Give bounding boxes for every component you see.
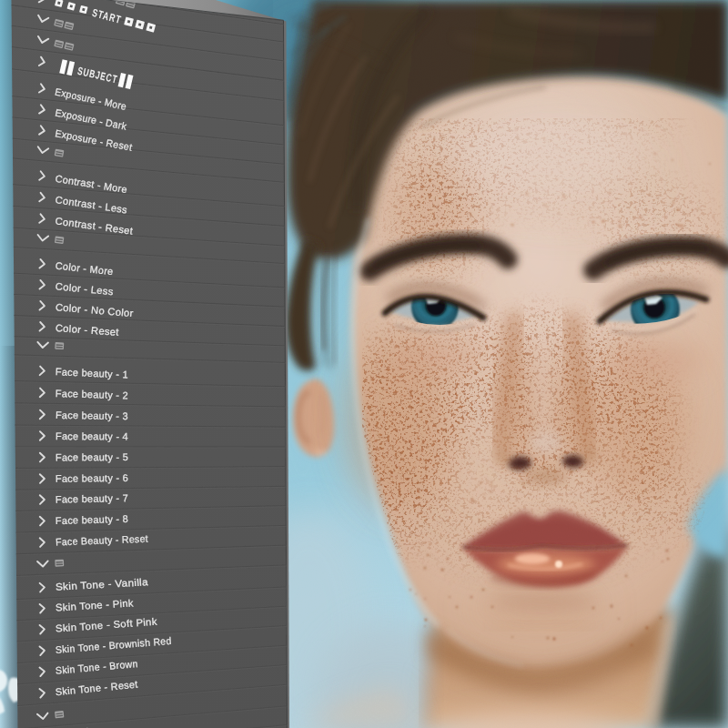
svg-text:Face beauty - 2: Face beauty - 2 [56, 388, 128, 400]
svg-text:Face beauty - 4: Face beauty - 4 [56, 430, 128, 441]
svg-text:Face beauty - 3: Face beauty - 3 [56, 410, 128, 421]
svg-text:Face beauty - 6: Face beauty - 6 [56, 472, 128, 484]
svg-text:Face beauty - 8: Face beauty - 8 [56, 513, 128, 526]
svg-text:Face beauty - 7: Face beauty - 7 [56, 492, 128, 505]
svg-text:Face beauty - 5: Face beauty - 5 [56, 451, 128, 462]
